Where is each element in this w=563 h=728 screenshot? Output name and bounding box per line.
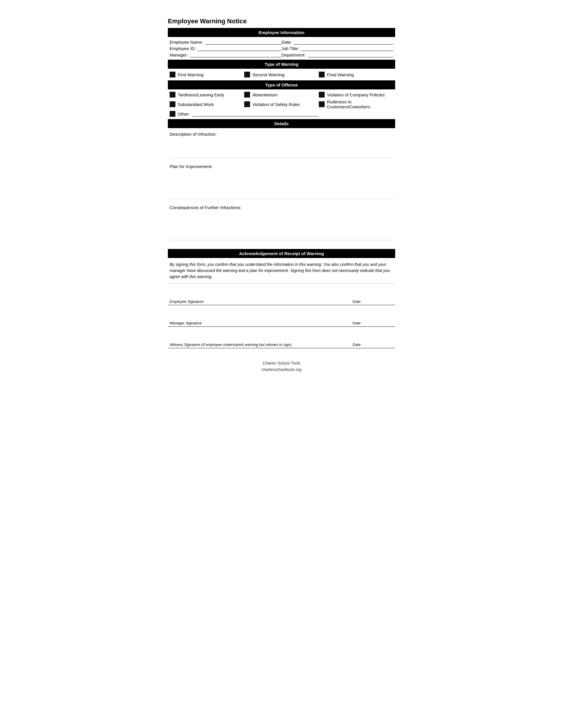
employee-id-label: Employee ID:: [169, 46, 196, 51]
safety-rules-label: Violation of Safety Rules: [252, 102, 300, 107]
department-value[interactable]: [308, 52, 394, 57]
witness-date-line[interactable]: [353, 334, 394, 341]
employee-sig-label: Employee Signature: [169, 299, 341, 304]
footer: Charter School Tools charterschooltools.…: [168, 360, 395, 373]
type-of-offense-header: Type of Offense: [168, 80, 395, 89]
substandard-work-item[interactable]: Substandard Work: [169, 99, 244, 109]
footer-line2: charterschooltools.org: [168, 366, 395, 373]
manager-date-container: Date: [353, 313, 394, 325]
employee-name-value[interactable]: [205, 39, 282, 45]
rudeness-checkbox[interactable]: [319, 101, 325, 107]
plan-input[interactable]: [169, 170, 394, 199]
second-warning-checkbox[interactable]: [244, 72, 250, 77]
ack-header: Acknowledgement of Receipt of Warning: [168, 249, 395, 258]
job-title-value[interactable]: [301, 46, 394, 51]
description-input[interactable]: [169, 138, 394, 158]
manager-sig-label: Manager Signature: [169, 321, 341, 325]
manager-sig-line[interactable]: [169, 313, 341, 320]
manager-sig-container: Manager Signature: [169, 313, 341, 325]
date-field: Date:: [282, 39, 394, 45]
rudeness-label: Rudeness to Customers/Coworkers: [327, 99, 394, 109]
manager-field: Manager:: [169, 52, 282, 57]
description-label: Description of Infraction:: [169, 132, 394, 137]
other-checkbox[interactable]: [169, 111, 175, 117]
first-warning-checkbox[interactable]: [169, 72, 175, 77]
substandard-work-label: Substandard Work: [178, 102, 214, 107]
witness-date-label: Date: [353, 342, 394, 347]
absenteeism-label: Absenteeism: [252, 92, 278, 97]
department-field: Department:: [282, 52, 394, 57]
witness-sig-line[interactable]: [169, 334, 341, 341]
witness-sig-container: Witness Signature (if employee understan…: [169, 334, 341, 347]
employee-name-field: Employee Name:: [169, 39, 282, 45]
manager-date-line[interactable]: [353, 313, 394, 320]
final-warning-checkbox[interactable]: [319, 72, 325, 77]
offense-container: Tardiness/Leaving Early Absenteeism Viol…: [168, 89, 395, 119]
details-header: Details: [168, 119, 395, 128]
employee-sig-line[interactable]: [169, 291, 341, 298]
employee-sig-container: Employee Signature: [169, 291, 341, 304]
employee-info-grid: Employee Name: Date: Employee ID: Job Ti…: [168, 37, 395, 60]
second-warning-label: Second Warning: [252, 72, 285, 77]
acknowledgement-section: Acknowledgement of Receipt of Warning By…: [168, 249, 395, 348]
employee-date-container: Date: [353, 291, 394, 304]
other-label: Other:: [178, 112, 190, 116]
plan-label: Plan for Improvement:: [169, 164, 394, 169]
witness-date-container: Date: [353, 334, 394, 347]
tardiness-checkbox[interactable]: [169, 92, 175, 98]
company-policies-item[interactable]: Violation of Company Policies: [319, 92, 394, 98]
page: Employee Warning Notice Employee Informa…: [156, 17, 407, 373]
ack-text: By signing this form, you confirm that y…: [168, 258, 395, 284]
consequences-input[interactable]: [169, 211, 394, 240]
employee-date-label: Date: [353, 299, 394, 304]
page-title: Employee Warning Notice: [168, 17, 395, 25]
company-policies-label: Violation of Company Policies: [327, 92, 385, 97]
employee-date-line[interactable]: [353, 291, 394, 298]
safety-rules-item[interactable]: Violation of Safety Rules: [244, 99, 319, 109]
manager-value[interactable]: [190, 52, 282, 57]
rudeness-item[interactable]: Rudeness to Customers/Coworkers: [319, 99, 394, 109]
manager-date-label: Date: [353, 321, 394, 325]
job-title-label: Job Title:: [282, 46, 299, 51]
manager-signature-row: Manager Signature Date: [168, 310, 395, 327]
employee-signature-row: Employee Signature Date: [168, 288, 395, 305]
final-warning-label: Final Warning: [327, 72, 354, 77]
absenteeism-checkbox[interactable]: [244, 92, 250, 98]
department-label: Department:: [282, 52, 306, 57]
offense-grid: Tardiness/Leaving Early Absenteeism Viol…: [169, 92, 394, 117]
employee-id-value[interactable]: [197, 46, 282, 51]
other-item[interactable]: Other:: [169, 111, 319, 117]
other-input[interactable]: [192, 111, 319, 116]
tardiness-label: Tardiness/Leaving Early: [178, 92, 224, 97]
absenteeism-item[interactable]: Absenteeism: [244, 92, 319, 98]
witness-sig-label: Witness Signature (if employee understan…: [169, 342, 341, 347]
employee-name-label: Employee Name:: [169, 40, 203, 45]
first-warning-label: First Warning: [178, 72, 204, 77]
final-warning-item[interactable]: Final Warning: [319, 72, 394, 77]
date-value[interactable]: [294, 39, 394, 45]
safety-rules-checkbox[interactable]: [244, 101, 250, 107]
witness-signature-row: Witness Signature (if employee understan…: [168, 331, 395, 348]
second-warning-item[interactable]: Second Warning: [244, 72, 319, 77]
substandard-work-checkbox[interactable]: [169, 101, 175, 107]
manager-label: Manager:: [169, 52, 188, 57]
employee-info-header: Employee Information: [168, 28, 395, 37]
consequences-label: Consequences of Further Infractions:: [169, 205, 394, 210]
employee-id-field: Employee ID:: [169, 46, 282, 51]
footer-line1: Charter School Tools: [168, 360, 395, 366]
date-label: Date:: [282, 40, 292, 45]
job-title-field: Job Title:: [282, 46, 394, 51]
warning-types-container: First Warning Second Warning Final Warni…: [168, 69, 395, 80]
first-warning-item[interactable]: First Warning: [169, 72, 244, 77]
tardiness-item[interactable]: Tardiness/Leaving Early: [169, 92, 244, 98]
details-section: Description of Infraction: Plan for Impr…: [168, 128, 395, 240]
company-policies-checkbox[interactable]: [319, 92, 325, 98]
type-of-warning-header: Type of Warning: [168, 60, 395, 69]
